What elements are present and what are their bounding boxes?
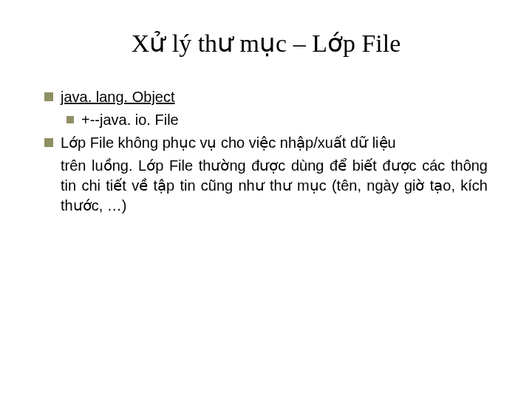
square-bullet-icon (44, 138, 53, 147)
bullet-item-link: java. lang. Object (44, 87, 488, 107)
square-bullet-icon (66, 116, 74, 123)
bullet-item-sub: +--java. io. File (44, 110, 488, 130)
body-lead-text: Lớp File không phục vụ cho việc nhập/xuấ… (61, 133, 488, 153)
content-area: java. lang. Object +--java. io. File Lớp… (44, 87, 488, 216)
square-bullet-icon (44, 92, 53, 101)
slide: Xử lý thư mục – Lớp File java. lang. Obj… (0, 0, 532, 399)
java-io-file-text: +--java. io. File (81, 110, 179, 130)
slide-title: Xử lý thư mục – Lớp File (44, 28, 488, 58)
java-lang-object-link[interactable]: java. lang. Object (61, 87, 175, 107)
body-rest-text: trên luồng. Lớp File thường được dùng để… (61, 156, 488, 216)
bullet-item-body: Lớp File không phục vụ cho việc nhập/xuấ… (44, 133, 488, 153)
